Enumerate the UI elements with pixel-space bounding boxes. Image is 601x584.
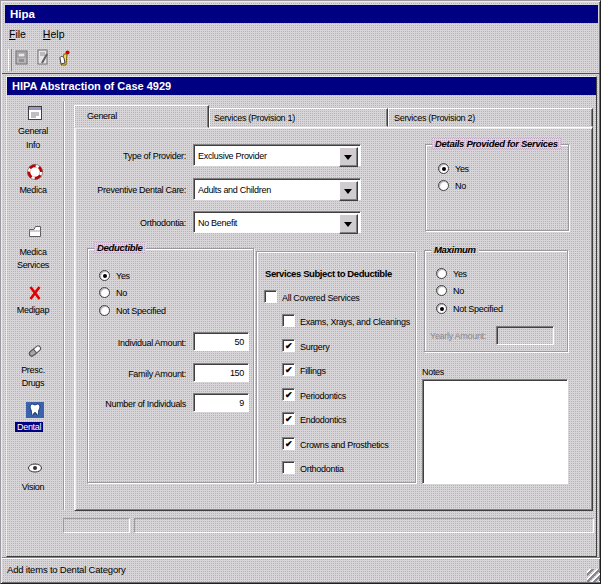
type-of-provider-label: Type of Provider: — [123, 151, 186, 161]
number-of-individuals-field[interactable]: 9 — [193, 393, 249, 412]
number-of-individuals-label: Number of Individuals — [105, 399, 186, 409]
lifebuoy-icon[interactable] — [26, 164, 44, 180]
maximum-yes-label: Yes — [453, 269, 467, 279]
form-icon[interactable] — [26, 105, 44, 121]
child-window-titlebar[interactable]: HIPA Abstraction of Case 4929 — [7, 77, 596, 95]
orthodontia-combo[interactable]: No Benefit — [193, 211, 361, 233]
details-yes-radio[interactable] — [438, 163, 449, 174]
details-provided-title: Details Provided for Services — [432, 138, 561, 149]
orthodontia-value: No Benefit — [198, 216, 340, 230]
yearly-amount-label: Yearly Amount: — [430, 331, 486, 341]
tab-general-label: General — [87, 111, 117, 121]
maximum-not-specified-radio[interactable] — [436, 303, 447, 314]
preventive-dental-care-dropdown-button[interactable] — [339, 181, 358, 201]
preventive-dental-care-combo[interactable]: Adults and Children — [193, 178, 361, 200]
maximum-yes-radio[interactable] — [436, 268, 447, 279]
tooth-icon[interactable] — [26, 402, 44, 418]
deductible-not-specified-label: Not Specified — [116, 306, 166, 316]
tab-services-provision-1[interactable]: Services (Provision 1) — [209, 108, 388, 127]
orthodontia-checkbox[interactable] — [282, 461, 295, 474]
sidebar-item-presc-drugs[interactable]: Presc. — [5, 365, 61, 375]
capsule-icon[interactable] — [26, 343, 44, 359]
maximum-no-radio[interactable] — [436, 285, 447, 296]
type-of-provider-value: Exclusive Provider — [198, 149, 340, 163]
tab-services-provision-1-label: Services (Provision 1) — [214, 113, 295, 123]
yearly-amount-field — [496, 326, 554, 345]
maximum-not-specified-label: Not Specified — [453, 304, 503, 314]
menu-bar: File Help — [9, 24, 594, 44]
periodontics-label: Periodontics — [300, 391, 346, 401]
type-of-provider-combo[interactable]: Exclusive Provider — [193, 144, 361, 166]
deductible-no-radio[interactable] — [99, 287, 110, 298]
endodontics-label: Endodontics — [300, 415, 346, 425]
deductible-yes-label: Yes — [116, 271, 130, 281]
services-subject-title: Services Subject to Deductible — [265, 268, 392, 279]
deductible-title: Deductible — [94, 242, 146, 253]
tab-general[interactable]: General — [74, 105, 209, 128]
fillings-checkbox[interactable] — [282, 363, 295, 376]
exams-xrays-cleanings-label: Exams, Xrays, and Cleanings — [300, 317, 410, 327]
sidebar-item-medica-services[interactable]: Medica — [5, 247, 61, 257]
sidebar-item-presc-drugs-line2[interactable]: Drugs — [5, 378, 61, 388]
window-title: Hipa — [10, 8, 35, 20]
eye-icon[interactable] — [26, 460, 44, 476]
document-edit-icon[interactable] — [35, 49, 55, 71]
sidebar-item-medigap[interactable]: Medigap — [5, 305, 61, 315]
preventive-dental-care-label: Preventive Dental Care: — [97, 185, 186, 195]
periodontics-checkbox[interactable] — [282, 388, 295, 401]
box-icon[interactable] — [26, 223, 44, 239]
surgery-label: Surgery — [300, 342, 329, 352]
status-bar: Add items to Dental Category — [2, 559, 601, 583]
deductible-yes-radio[interactable] — [99, 270, 110, 281]
type-of-provider-dropdown-button[interactable] — [339, 147, 358, 167]
sidebar-item-general-info[interactable]: General — [5, 126, 61, 136]
details-no-radio[interactable] — [438, 180, 449, 191]
sidebar-item-general-info-line2[interactable]: Info — [5, 140, 61, 150]
deductible-no-label: No — [116, 288, 127, 298]
deductible-not-specified-radio[interactable] — [99, 305, 110, 316]
child-window-title: HIPA Abstraction of Case 4929 — [12, 80, 171, 92]
crowns-prosthetics-checkbox[interactable] — [282, 437, 295, 450]
maximum-no-label: No — [453, 286, 464, 296]
all-covered-services-checkbox[interactable] — [264, 290, 277, 303]
exams-xrays-cleanings-checkbox[interactable] — [282, 314, 295, 327]
status-pane-1 — [63, 518, 130, 533]
all-covered-services-label: All Covered Services — [282, 293, 360, 303]
surgery-checkbox[interactable] — [282, 339, 295, 352]
sidebar-item-medica[interactable]: Medica — [5, 185, 61, 195]
sidebar-item-vision[interactable]: Vision — [5, 482, 61, 492]
hand-pen-icon[interactable] — [56, 49, 76, 71]
document-export-icon[interactable] — [13, 49, 33, 71]
details-no-label: No — [455, 181, 466, 191]
sidebar-item-dental[interactable]: Dental — [15, 422, 43, 432]
toolbar-grip[interactable] — [8, 49, 12, 71]
status-pane-2 — [134, 518, 594, 533]
crowns-prosthetics-label: Crowns and Prosthetics — [300, 440, 388, 450]
status-text: Add items to Dental Category — [7, 564, 126, 575]
sidebar-divider — [63, 101, 65, 510]
preventive-dental-care-value: Adults and Children — [198, 183, 340, 197]
family-amount-label: Family Amount: — [128, 369, 186, 379]
toolbar-separator — [2, 73, 601, 74]
endodontics-checkbox[interactable] — [282, 412, 295, 425]
tab-services-provision-2-label: Services (Provision 2) — [394, 113, 475, 123]
orthodontia-dropdown-button[interactable] — [339, 214, 358, 234]
maximum-title: Maximum — [431, 244, 479, 255]
resize-grip[interactable] — [587, 569, 600, 582]
menu-help[interactable]: Help — [43, 24, 65, 44]
individual-amount-field[interactable]: 50 — [193, 332, 249, 351]
fillings-label: Fillings — [300, 366, 326, 376]
notes-label: Notes — [422, 367, 444, 377]
menu-file[interactable]: File — [9, 24, 26, 44]
notes-textarea[interactable] — [422, 379, 568, 484]
details-yes-label: Yes — [455, 164, 469, 174]
red-x-icon[interactable] — [26, 285, 44, 301]
orthodontia-checkbox-label: Orthodontia — [300, 464, 344, 474]
application-window: Hipa File Help HIPA Abstraction of Case … — [0, 0, 601, 584]
orthodontia-label: Orthodontia: — [140, 218, 186, 228]
tab-services-provision-2[interactable]: Services (Provision 2) — [388, 108, 593, 127]
family-amount-field[interactable]: 150 — [193, 363, 249, 382]
window-titlebar[interactable]: Hipa — [5, 5, 598, 23]
sidebar-item-medica-services-line2[interactable]: Services — [5, 260, 61, 270]
individual-amount-label: Individual Amount: — [118, 338, 186, 348]
